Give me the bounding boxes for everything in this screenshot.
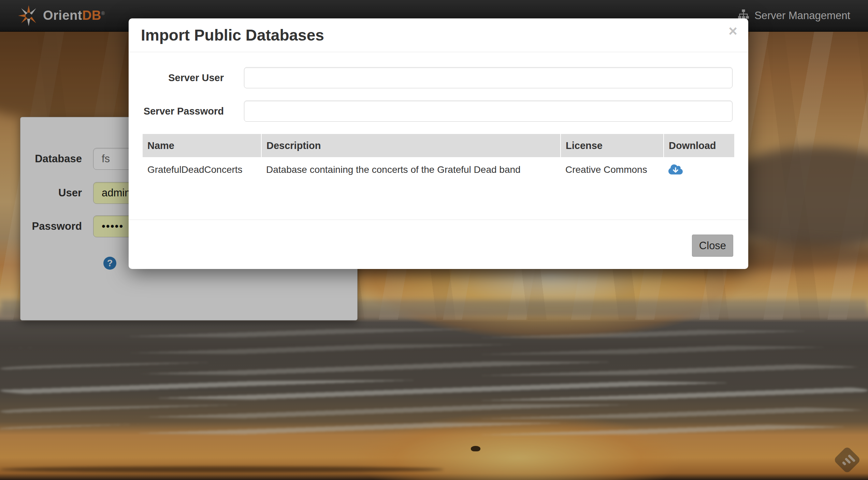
- server-user-input[interactable]: [244, 67, 733, 88]
- server-password-label: Server Password: [129, 101, 224, 122]
- table-row: GratefulDeadConcerts Database containing…: [143, 158, 734, 182]
- app-viewport: OrientDB® Server Management Database Use…: [0, 0, 868, 480]
- server-password-input[interactable]: [244, 101, 733, 122]
- close-icon[interactable]: ×: [726, 23, 739, 39]
- header-name: Name: [143, 134, 261, 158]
- cell-database-license: Creative Commons: [561, 158, 664, 182]
- close-button[interactable]: Close: [692, 235, 733, 257]
- public-databases-table: Name Description License Download Gratef…: [143, 134, 734, 182]
- header-download: Download: [664, 134, 734, 158]
- header-license: License: [561, 134, 664, 158]
- modal-title: Import Public Databases: [141, 26, 324, 44]
- server-user-label: Server User: [129, 67, 224, 88]
- import-public-databases-modal: Import Public Databases × Server User Se…: [129, 18, 748, 269]
- modal-header: Import Public Databases ×: [129, 18, 748, 52]
- modal-footer: Close: [129, 220, 748, 269]
- cell-database-name: GratefulDeadConcerts: [143, 158, 261, 182]
- header-description: Description: [261, 134, 561, 158]
- cell-download: [664, 158, 734, 182]
- table-header-row: Name Description License Download: [143, 134, 734, 158]
- cloud-download-icon[interactable]: [668, 164, 683, 176]
- cell-database-description: Database containing the concerts of the …: [261, 158, 561, 182]
